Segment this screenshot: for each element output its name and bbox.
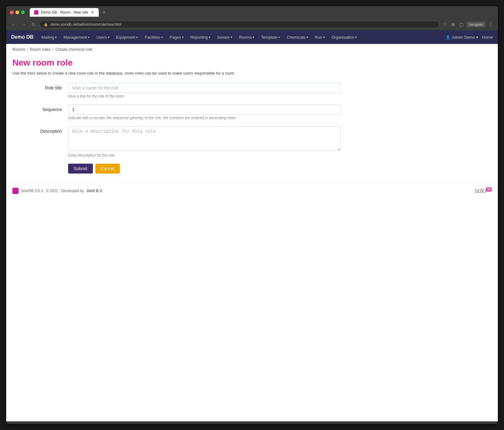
tab-close-icon[interactable]: ✕ xyxy=(91,10,94,15)
role-title-field: Give a title for the role in the room xyxy=(68,83,341,98)
submit-button[interactable]: Submit xyxy=(68,164,93,174)
breadcrumb-separator: / xyxy=(27,47,28,52)
new-tab-button[interactable]: + xyxy=(102,9,106,16)
tab-title: Demo DB - Room - New role xyxy=(41,10,88,15)
chevron-down-icon: ▾ xyxy=(323,36,325,39)
page-description: Use the form below to create a new room … xyxy=(12,71,492,75)
chevron-down-icon: ▾ xyxy=(278,36,280,39)
footer-logo-icon xyxy=(12,188,19,194)
footer-left: SoloDB 5.8.3 · © 2022 · Developed by Jie… xyxy=(12,188,103,194)
footer-company: Jield B.V. xyxy=(86,189,103,193)
chevron-down-icon: ▾ xyxy=(231,36,232,39)
refresh-button[interactable]: ↻ xyxy=(30,21,37,28)
window-icon[interactable]: ▢ xyxy=(458,21,465,28)
sequence-field: Indicate with a number the sequence (pri… xyxy=(68,105,341,120)
nav-item-users[interactable]: Users ▾ xyxy=(93,30,112,44)
nav-item-pages[interactable]: Pages ▾ xyxy=(167,30,187,44)
form-actions: Submit Cancel xyxy=(68,164,341,174)
nav-item-reporting[interactable]: Reporting ▾ xyxy=(187,30,213,44)
nav-item-run[interactable]: Run ▾ xyxy=(312,30,328,44)
nav-item-mailing[interactable]: Mailing ▾ xyxy=(38,30,60,44)
address-bar[interactable]: 🔒 demo.solodb.net/admin/room/role/new.ht… xyxy=(40,21,439,28)
breadcrumb-separator: / xyxy=(52,47,54,52)
form-row-sequence: Sequence Indicate with a number the sequ… xyxy=(12,105,341,120)
nav-right: 👤 Admin Demo ▾ Home xyxy=(445,35,493,40)
back-button[interactable]: ← xyxy=(10,21,17,28)
breadcrumb: Rooms / Room roles / Create chemical rol… xyxy=(6,44,498,55)
chevron-down-icon: ▾ xyxy=(306,36,308,39)
nav-item-facilities[interactable]: Facilities ▾ xyxy=(141,30,166,44)
nav-user[interactable]: 👤 Admin Demo ▾ xyxy=(445,35,478,40)
close-button[interactable] xyxy=(10,11,14,14)
chevron-down-icon: ▾ xyxy=(136,36,138,39)
sequence-hint: Indicate with a number the sequence (pri… xyxy=(68,116,341,120)
extensions-icon[interactable]: ⊕ xyxy=(450,21,456,28)
content-area: New room role Use the form below to crea… xyxy=(6,55,498,183)
form-container: Role title Give a title for the role in … xyxy=(12,83,341,174)
chevron-down-icon: ▾ xyxy=(182,36,184,39)
description-field: Extra description for the role xyxy=(68,126,341,157)
minimize-button[interactable] xyxy=(15,11,19,14)
browser-toolbar: ← → ↻ 🔒 demo.solodb.net/admin/room/role/… xyxy=(6,19,498,30)
chevron-down-icon: ▾ xyxy=(88,36,89,39)
maximize-button[interactable] xyxy=(21,11,25,14)
role-title-label: Role title xyxy=(12,83,68,90)
role-title-input[interactable] xyxy=(68,83,341,93)
footer-text: SoloDB 5.8.3 · © 2022 · Developed by xyxy=(21,189,84,193)
solo-db-badge: DB xyxy=(486,187,492,191)
nav-brand[interactable]: Demo DB xyxy=(11,34,33,40)
nav-item-equipment[interactable]: Equipment ▾ xyxy=(113,30,141,44)
nav-item-sensor[interactable]: Sensor ▾ xyxy=(214,30,235,44)
address-text: demo.solodb.net/admin/room/role/new.html xyxy=(50,22,121,27)
chevron-down-icon: ▾ xyxy=(253,36,254,39)
browser-bottom xyxy=(6,421,498,424)
description-hint: Extra description for the role xyxy=(68,153,341,157)
sequence-input[interactable] xyxy=(68,105,341,114)
browser-tab[interactable]: Demo DB - Room - New role ✕ xyxy=(30,8,99,17)
breadcrumb-rooms[interactable]: Rooms xyxy=(12,47,25,52)
chevron-down-icon: ▾ xyxy=(355,36,357,39)
nav-item-template[interactable]: Template ▾ xyxy=(258,30,283,44)
chevron-down-icon: ▾ xyxy=(209,36,210,39)
description-label: Description xyxy=(12,126,68,134)
solo-logo: soloDB xyxy=(475,187,492,195)
form-row-description: Description Extra description for the ro… xyxy=(12,126,341,157)
cancel-button[interactable]: Cancel xyxy=(95,164,120,174)
nav-home[interactable]: Home xyxy=(482,35,493,40)
chevron-down-icon: ▾ xyxy=(161,36,163,39)
chevron-down-icon: ▾ xyxy=(55,36,57,39)
traffic-lights xyxy=(10,11,25,14)
chevron-down-icon: ▾ xyxy=(108,36,109,39)
nav-item-organisation[interactable]: Organisation ▾ xyxy=(328,30,360,44)
breadcrumb-create[interactable]: Create chemical role xyxy=(55,47,92,52)
role-title-hint: Give a title for the role in the room xyxy=(68,94,341,98)
incognito-badge: Incognito xyxy=(467,22,485,27)
nav-item-chemicals[interactable]: Chemicals ▾ xyxy=(284,30,311,44)
page-title: New room role xyxy=(12,58,492,68)
menu-icon[interactable]: ⋮ xyxy=(487,21,494,28)
page-footer: SoloDB 5.8.3 · © 2022 · Developed by Jie… xyxy=(6,183,498,199)
forward-button[interactable]: → xyxy=(20,21,27,28)
nav-menu: Mailing ▾ Management ▾ Users ▾ Equipment… xyxy=(38,30,445,44)
nav-item-rooms[interactable]: Rooms ▾ xyxy=(236,30,257,44)
nav-item-management[interactable]: Management ▾ xyxy=(60,30,93,44)
lock-icon: 🔒 xyxy=(44,23,48,27)
tab-favicon xyxy=(34,10,38,15)
description-input[interactable] xyxy=(68,126,341,151)
footer-right: soloDB xyxy=(475,187,492,195)
breadcrumb-room-roles[interactable]: Room roles xyxy=(30,47,50,52)
browser-titlebar: Demo DB - Room - New role ✕ + xyxy=(6,6,498,19)
sequence-label: Sequence xyxy=(12,105,68,112)
star-icon[interactable]: ☆ xyxy=(442,21,448,28)
page-content: Demo DB Mailing ▾ Management ▾ Users ▾ E… xyxy=(6,30,498,421)
main-nav: Demo DB Mailing ▾ Management ▾ Users ▾ E… xyxy=(6,30,498,44)
form-row-role-title: Role title Give a title for the role in … xyxy=(12,83,341,98)
toolbar-actions: ☆ ⊕ ▢ Incognito ⋮ xyxy=(442,21,494,28)
